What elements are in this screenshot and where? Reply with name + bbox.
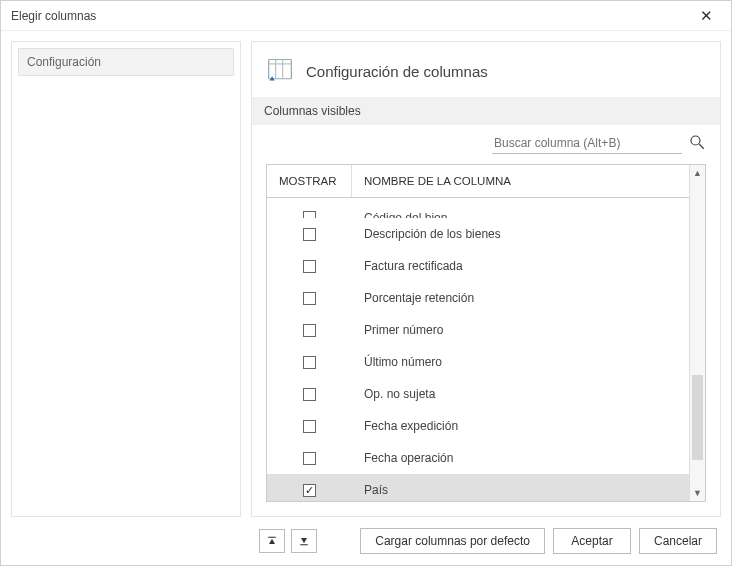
sidebar-item-configuracion[interactable]: Configuración	[18, 48, 234, 76]
category-sidebar: Configuración	[11, 41, 241, 517]
row-checkbox[interactable]	[303, 211, 316, 218]
row-label: Último número	[352, 355, 689, 369]
svg-marker-9	[301, 538, 307, 543]
table-row[interactable]: Fecha expedición	[267, 410, 689, 442]
svg-point-5	[691, 136, 700, 145]
table-row[interactable]: Último número	[267, 346, 689, 378]
row-label: Primer número	[352, 323, 689, 337]
table-row[interactable]: Porcentaje retención	[267, 282, 689, 314]
search-input[interactable]	[492, 133, 682, 154]
row-checkbox[interactable]	[303, 292, 316, 305]
row-label: Porcentaje retención	[352, 291, 689, 305]
svg-rect-0	[269, 60, 292, 79]
column-header-mostrar[interactable]: Mostrar	[267, 165, 352, 197]
row-label: Código del bien	[352, 211, 689, 218]
column-header-nombre[interactable]: Nombre de la columna	[352, 165, 689, 197]
row-checkbox[interactable]	[303, 324, 316, 337]
row-checkbox[interactable]	[303, 260, 316, 273]
window-title: Elegir columnas	[11, 9, 691, 23]
scroll-thumb[interactable]	[692, 375, 703, 460]
row-label: Factura rectificada	[352, 259, 689, 273]
row-checkbox[interactable]	[303, 228, 316, 241]
section-visible-columns: Columnas visibles	[252, 97, 720, 125]
row-checkbox[interactable]	[303, 420, 316, 433]
scroll-up-icon[interactable]: ▲	[690, 165, 705, 181]
table-row[interactable]: Primer número	[267, 314, 689, 346]
close-icon[interactable]: ✕	[691, 7, 721, 25]
table-row[interactable]: Op. no sujeta	[267, 378, 689, 410]
move-bottom-button[interactable]	[291, 529, 317, 553]
table-row[interactable]: Factura rectificada	[267, 250, 689, 282]
row-label: Fecha expedición	[352, 419, 689, 433]
accept-button[interactable]: Aceptar	[553, 528, 631, 554]
svg-marker-8	[269, 539, 275, 544]
svg-line-6	[699, 144, 704, 149]
move-top-button[interactable]	[259, 529, 285, 553]
panel-title: Configuración de columnas	[306, 63, 488, 80]
row-label: Descripción de los bienes	[352, 227, 689, 241]
columns-icon	[266, 56, 294, 87]
vertical-scrollbar[interactable]: ▲ ▼	[689, 165, 705, 501]
row-checkbox[interactable]	[303, 452, 316, 465]
row-label: País	[352, 483, 689, 497]
row-checkbox[interactable]	[303, 388, 316, 401]
row-label: Op. no sujeta	[352, 387, 689, 401]
scroll-down-icon[interactable]: ▼	[690, 485, 705, 501]
row-checkbox[interactable]	[303, 356, 316, 369]
load-defaults-button[interactable]: Cargar columnas por defecto	[360, 528, 545, 554]
row-checkbox[interactable]	[303, 484, 316, 497]
search-icon[interactable]	[688, 133, 706, 154]
table-row[interactable]: Fecha operación	[267, 442, 689, 474]
row-label: Fecha operación	[352, 451, 689, 465]
table-row[interactable]: Descripción de los bienes	[267, 218, 689, 250]
table-row[interactable]: Código del bien	[267, 198, 689, 218]
table-row[interactable]: País	[267, 474, 689, 501]
cancel-button[interactable]: Cancelar	[639, 528, 717, 554]
